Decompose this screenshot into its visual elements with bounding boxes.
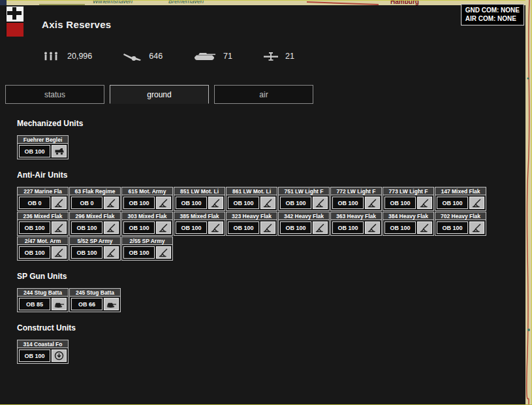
tank-count: 71 <box>223 52 232 61</box>
unit-card[interactable]: 2/55 SP Army OB 100 <box>121 236 173 261</box>
unit-card[interactable]: 384 Heavy Flak OB 100 <box>383 212 434 236</box>
unit-icon-button[interactable] <box>156 221 171 234</box>
unit-ob-button[interactable]: OB 100 <box>176 221 207 234</box>
unit-ob-button[interactable]: OB 0 <box>71 197 102 209</box>
unit-card[interactable]: 2/47 Mot. Arm OB 100 <box>17 236 69 261</box>
unit-card[interactable]: 772 LW Light F OB 100 <box>330 187 382 211</box>
unit-grid: 314 Coastal Fo OB 100 <box>17 340 488 364</box>
unit-card[interactable]: 385 Mixed Flak OB 100 <box>174 212 225 236</box>
unit-body: OB 100 <box>18 144 68 159</box>
unit-card[interactable]: 244 Stug Batta OB 85 <box>17 288 69 312</box>
unit-ob-button[interactable]: OB 100 <box>19 246 50 259</box>
unit-ob-button[interactable]: OB 100 <box>384 221 416 234</box>
unit-icon-button[interactable] <box>52 197 67 209</box>
unit-icon-button[interactable] <box>417 197 432 209</box>
unit-ob-button[interactable]: OB 100 <box>19 145 50 157</box>
unit-card[interactable]: 342 Heavy Flak OB 100 <box>278 212 330 236</box>
resource-infantry: 20,996 <box>43 52 92 61</box>
unit-icon-button[interactable] <box>469 197 484 209</box>
unit-icon-button[interactable] <box>208 221 223 234</box>
unit-icon-button[interactable] <box>260 197 275 209</box>
unit-icon-button[interactable] <box>156 197 171 209</box>
unit-ob-button[interactable]: OB 66 <box>71 298 102 310</box>
unit-icon-button[interactable] <box>260 221 275 234</box>
unit-ob-button[interactable]: OB 100 <box>332 221 364 234</box>
unit-ob-button[interactable]: OB 100 <box>71 246 102 259</box>
unit-ob-button[interactable]: OB 100 <box>280 221 311 234</box>
unit-icon-button[interactable] <box>469 221 484 234</box>
unit-body: OB 100 <box>331 220 381 235</box>
unit-icon-button[interactable] <box>104 298 119 310</box>
unit-body: OB 100 <box>122 245 172 260</box>
map-background-top: Wilhelmshaven Bremerhaven Hamburg <box>0 0 532 5</box>
unit-name: 772 LW Light F <box>331 187 381 195</box>
unit-card[interactable]: 851 LW Mot. Li OB 100 <box>174 187 225 211</box>
unit-card[interactable]: 861 LW Mot. Li OB 100 <box>226 187 277 211</box>
unit-icon-button[interactable] <box>52 349 67 362</box>
unit-ob-button[interactable]: OB 100 <box>71 221 102 234</box>
unit-name: 303 Mixed Flak <box>122 212 172 220</box>
halftrack-icon <box>54 147 65 155</box>
unit-ob-button[interactable]: OB 85 <box>19 298 50 310</box>
unit-ob-button[interactable]: OB 100 <box>437 197 468 209</box>
flak-gun-icon <box>106 199 116 208</box>
tab-ground[interactable]: ground <box>110 85 209 104</box>
unit-icon-button[interactable] <box>104 221 119 234</box>
unit-icon-button[interactable] <box>156 246 171 259</box>
map-city-label: Wilhelmshaven <box>93 0 133 5</box>
unit-body: OB 100 <box>227 220 277 235</box>
unit-ob-button[interactable]: OB 0 <box>19 197 50 209</box>
tab-status[interactable]: status <box>5 85 104 104</box>
unit-icon-button[interactable] <box>313 221 328 234</box>
unit-ob-button[interactable]: OB 100 <box>123 246 155 259</box>
unit-card[interactable]: 323 Heavy Flak OB 100 <box>226 212 277 236</box>
unit-icon-button[interactable] <box>52 298 67 310</box>
unit-card[interactable]: 751 LW Light F OB 100 <box>278 187 330 211</box>
unit-ob-button[interactable]: OB 100 <box>19 349 50 362</box>
unit-ob-button[interactable]: OB 100 <box>123 221 155 234</box>
unit-ob-button[interactable]: OB 100 <box>437 221 468 234</box>
unit-body: OB 100 <box>227 195 277 210</box>
unit-name: 236 Mixed Flak <box>18 212 68 220</box>
unit-card[interactable]: 5/52 SP Army OB 100 <box>69 236 121 261</box>
unit-ob-button[interactable]: OB 100 <box>123 197 155 209</box>
unit-card[interactable]: 147 Mixed Flak OB 100 <box>435 187 486 211</box>
section-title: Mechanized Units <box>17 119 514 128</box>
unit-name: 385 Mixed Flak <box>174 212 225 220</box>
unit-ob-button[interactable]: OB 100 <box>19 221 50 234</box>
unit-ob-button[interactable]: OB 100 <box>332 197 364 209</box>
unit-icon-button[interactable] <box>365 221 380 234</box>
resource-tank: 71 <box>194 51 232 61</box>
unit-ob-button[interactable]: OB 100 <box>384 197 416 209</box>
unit-icon-button[interactable] <box>104 246 119 259</box>
unit-ob-button[interactable]: OB 100 <box>228 197 259 209</box>
unit-card[interactable]: 773 LW Light F OB 100 <box>383 187 434 211</box>
unit-card[interactable]: 615 Mot. Army OB 100 <box>121 187 173 211</box>
unit-icon-button[interactable] <box>365 197 380 209</box>
unit-name: 861 LW Mot. Li <box>227 187 277 195</box>
unit-icon-button[interactable] <box>313 197 328 209</box>
unit-icon-button[interactable] <box>52 221 67 234</box>
unit-card[interactable]: 303 Mixed Flak OB 100 <box>121 212 173 236</box>
tab-air[interactable]: air <box>214 85 313 104</box>
unit-card[interactable]: 363 Heavy Flak OB 100 <box>330 212 382 236</box>
map-sea-corner <box>0 0 7 5</box>
unit-icon-button[interactable] <box>104 197 119 209</box>
unit-ob-button[interactable]: OB 100 <box>176 197 207 209</box>
unit-ob-button[interactable]: OB 100 <box>280 197 311 209</box>
unit-card[interactable]: Fuehrer Beglei OB 100 <box>17 135 69 159</box>
unit-card[interactable]: 314 Coastal Fo OB 100 <box>17 340 69 364</box>
map-city-label: Bremerhaven <box>168 0 204 5</box>
unit-card[interactable]: 63 Flak Regime OB 0 <box>69 187 121 211</box>
unit-icon-button[interactable] <box>417 221 432 234</box>
unit-ob-button[interactable]: OB 100 <box>228 221 259 234</box>
unit-card[interactable]: 245 Stug Batta OB 66 <box>69 288 121 312</box>
unit-card[interactable]: 227 Marine Fla OB 0 <box>17 187 69 211</box>
unit-icon-button[interactable] <box>208 197 223 209</box>
unit-body: OB 100 <box>435 220 486 235</box>
unit-card[interactable]: 296 Mixed Flak OB 100 <box>69 212 121 236</box>
unit-icon-button[interactable] <box>52 246 67 259</box>
unit-card[interactable]: 236 Mixed Flak OB 100 <box>17 212 69 236</box>
unit-icon-button[interactable] <box>52 145 67 157</box>
unit-card[interactable]: 702 Heavy Flak OB 100 <box>435 212 486 236</box>
